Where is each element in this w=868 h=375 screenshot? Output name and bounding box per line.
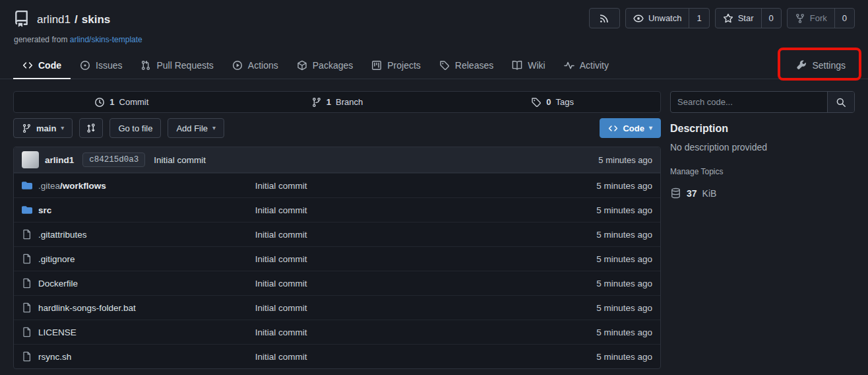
tab-pull-requests[interactable]: Pull Requests — [131, 52, 222, 79]
table-row[interactable]: LICENSE Initial commit 5 minutes ago — [14, 320, 660, 344]
tab-activity-label: Activity — [580, 60, 609, 71]
table-row[interactable]: .gitea/workflows Initial commit 5 minute… — [14, 173, 660, 197]
file-name-link[interactable]: rsync.sh — [38, 352, 71, 362]
table-row[interactable]: hardlink-songs-folder.bat Initial commit… — [14, 295, 660, 320]
file-icon — [22, 278, 32, 289]
file-icon — [22, 229, 32, 240]
tab-wiki-label: Wiki — [528, 60, 545, 71]
code-download-button[interactable]: Code ▾ — [600, 118, 661, 138]
file-commit-message[interactable]: Initial commit — [255, 327, 596, 337]
search-input[interactable] — [671, 92, 827, 112]
search-icon — [836, 97, 846, 108]
template-repo-link[interactable]: arlind/skins-template — [70, 35, 142, 44]
file-commit-message[interactable]: Initial commit — [255, 279, 596, 289]
file-commit-message[interactable]: Initial commit — [255, 254, 596, 264]
manage-topics-link[interactable]: Manage Topics — [670, 167, 724, 176]
tag-icon — [531, 97, 542, 108]
branch-selector[interactable]: main ▾ — [13, 118, 73, 138]
file-commit-time: 5 minutes ago — [596, 327, 652, 337]
commit-hash-link[interactable]: c84215d0a3 — [82, 153, 145, 167]
fork-button[interactable]: Fork — [788, 9, 834, 28]
commit-author-link[interactable]: arlind1 — [45, 155, 74, 165]
play-circle-icon — [232, 60, 243, 71]
search-button[interactable] — [827, 92, 854, 112]
file-name-link[interactable]: Dockerfile — [38, 279, 78, 289]
tab-pull-requests-label: Pull Requests — [156, 60, 213, 71]
tab-packages-label: Packages — [313, 60, 353, 71]
pulse-icon — [564, 60, 574, 71]
commit-message-link[interactable]: Initial commit — [154, 155, 206, 165]
file-name-link[interactable]: hardlink-songs-folder.bat — [38, 303, 136, 313]
add-file-button[interactable]: Add File ▾ — [168, 118, 224, 138]
tab-code[interactable]: Code — [13, 52, 71, 79]
file-commit-message[interactable]: Initial commit — [255, 181, 596, 191]
rss-icon — [599, 13, 609, 24]
star-button[interactable]: Star — [716, 9, 761, 28]
repo-actions: Unwatch 1 Star 0 Fork 0 — [589, 8, 855, 28]
chevron-down-icon: ▾ — [212, 125, 216, 131]
go-to-file-button[interactable]: Go to file — [109, 118, 161, 138]
file-icon — [22, 351, 32, 362]
branch-icon — [311, 97, 322, 108]
generated-from-prefix: generated from — [14, 35, 67, 44]
tab-wiki[interactable]: Wiki — [503, 52, 554, 79]
commits-label: Commit — [119, 97, 149, 107]
fork-icon — [795, 13, 805, 24]
repo-name-link[interactable]: skins — [82, 13, 110, 26]
file-name-link[interactable]: LICENSE — [38, 327, 77, 337]
code-button-label: Code — [623, 123, 644, 133]
tags-stat[interactable]: 0 Tags — [445, 92, 660, 112]
tab-packages[interactable]: Packages — [288, 52, 362, 79]
tab-settings[interactable]: Settings — [787, 52, 855, 79]
file-commit-message[interactable]: Initial commit — [255, 303, 596, 313]
star-button-group: Star 0 — [715, 8, 782, 28]
tab-activity[interactable]: Activity — [555, 52, 618, 79]
table-row[interactable]: .gitignore Initial commit 5 minutes ago — [14, 246, 660, 271]
folder-icon — [22, 180, 32, 191]
unwatch-label: Unwatch — [648, 13, 682, 23]
tab-releases-label: Releases — [455, 60, 493, 71]
repo-icon — [13, 11, 30, 29]
file-commit-message[interactable]: Initial commit — [255, 352, 596, 362]
tab-projects[interactable]: Projects — [362, 52, 430, 79]
tab-releases[interactable]: Releases — [430, 52, 503, 79]
branches-stat[interactable]: 1 Branch — [230, 92, 445, 112]
fork-button-group: Fork 0 — [787, 8, 855, 28]
table-row[interactable]: Dockerfile Initial commit 5 minutes ago — [14, 271, 660, 295]
path-name: .gitattributes — [38, 230, 87, 240]
file-commit-message[interactable]: Initial commit — [255, 205, 596, 215]
table-row[interactable]: rsync.sh Initial commit 5 minutes ago — [14, 344, 660, 368]
tab-projects-label: Projects — [387, 60, 421, 71]
generated-from: generated from arlind/skins-template — [14, 35, 855, 44]
file-commit-message[interactable]: Initial commit — [255, 230, 596, 240]
file-commit-time: 5 minutes ago — [596, 303, 652, 313]
forks-count[interactable]: 0 — [834, 9, 854, 28]
current-branch-label: main — [36, 123, 56, 133]
tab-issues[interactable]: Issues — [71, 52, 131, 79]
star-label: Star — [738, 13, 754, 23]
table-row[interactable]: .gitattributes Initial commit 5 minutes … — [14, 222, 660, 246]
avatar[interactable] — [22, 151, 39, 168]
commits-stat[interactable]: 1 Commit — [14, 92, 230, 112]
package-icon — [297, 60, 307, 71]
repo-sidebar: Description No description provided Mana… — [670, 91, 855, 369]
tab-actions-label: Actions — [248, 60, 278, 71]
table-row[interactable]: src Initial commit 5 minutes ago — [14, 197, 660, 222]
chevron-down-icon: ▾ — [649, 125, 652, 131]
repo-title: arlind1 / skins — [37, 13, 110, 26]
file-commit-time: 5 minutes ago — [596, 279, 652, 289]
tab-code-label: Code — [38, 60, 61, 71]
file-name-link[interactable]: .gitattributes — [38, 230, 87, 240]
repo-owner-link[interactable]: arlind1 — [37, 13, 71, 26]
stars-count[interactable]: 0 — [761, 9, 781, 28]
compare-button[interactable] — [79, 118, 103, 138]
rss-button[interactable] — [590, 9, 619, 28]
file-name-link[interactable]: src — [38, 205, 51, 215]
file-name-link[interactable]: .gitea/workflows — [38, 181, 106, 191]
watchers-count[interactable]: 1 — [689, 9, 708, 28]
unwatch-button[interactable]: Unwatch — [626, 9, 689, 28]
file-name-link[interactable]: .gitignore — [38, 254, 75, 264]
tab-actions[interactable]: Actions — [223, 52, 288, 79]
tab-issues-label: Issues — [96, 60, 122, 71]
description-text: No description provided — [670, 142, 855, 153]
